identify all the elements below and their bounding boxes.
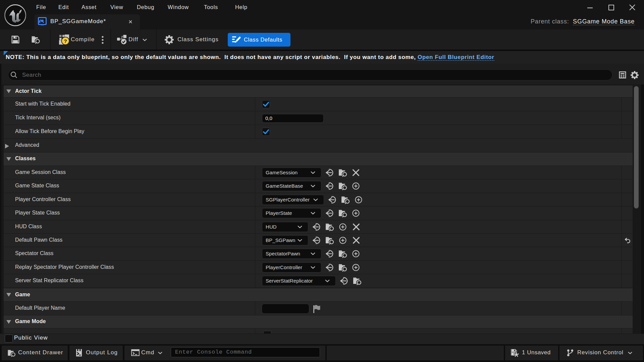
- svg-text:?: ?: [64, 38, 67, 44]
